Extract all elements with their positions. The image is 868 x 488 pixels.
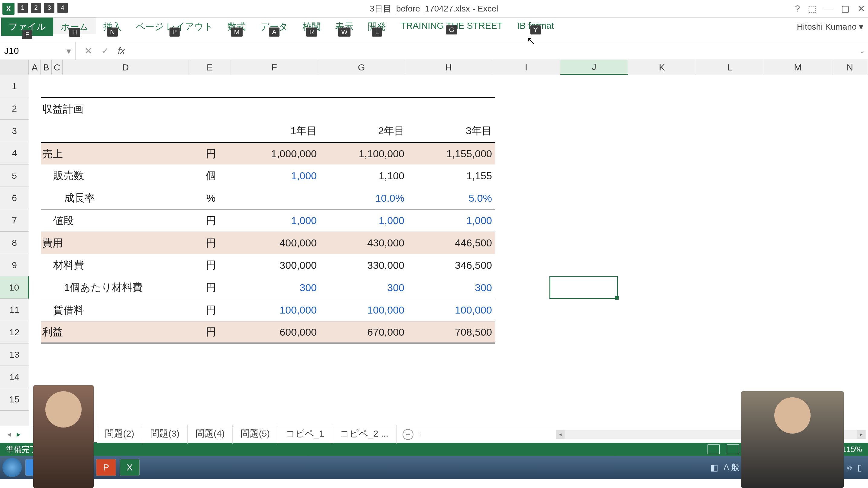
cell[interactable] (29, 120, 232, 142)
cell[interactable]: 446,500 (407, 232, 495, 254)
row-header-7[interactable]: 7 (0, 209, 29, 232)
qat-key-2[interactable]: 2 (31, 3, 41, 13)
cell[interactable]: 値段 (41, 209, 190, 232)
sheet-title[interactable]: 収益計画 (41, 97, 495, 120)
row-header-5[interactable]: 5 (0, 164, 29, 187)
cell[interactable]: 1,155 (407, 164, 495, 187)
row-header-1[interactable]: 1 (0, 75, 29, 97)
view-normal-icon[interactable] (708, 445, 720, 454)
cell[interactable]: 1個あたり材料費 (41, 276, 190, 299)
ribbon-tab-数式[interactable]: 数式M (220, 18, 253, 34)
cell[interactable]: 3年目 (407, 120, 495, 142)
cell[interactable] (29, 276, 41, 299)
cell[interactable]: 賃借料 (41, 299, 190, 321)
row-header-12[interactable]: 12 (0, 321, 29, 343)
col-header-J[interactable]: J (560, 60, 628, 75)
cell[interactable]: 円 (190, 254, 232, 276)
start-button[interactable] (2, 458, 22, 477)
col-header-E[interactable]: E (189, 60, 231, 75)
cell[interactable] (320, 75, 407, 97)
cell[interactable]: 1,100 (320, 164, 407, 187)
col-header-C[interactable]: C (52, 60, 63, 75)
cell[interactable]: 成長率 (41, 187, 190, 209)
cell[interactable] (29, 232, 41, 254)
cell[interactable]: 300 (320, 276, 407, 299)
ime-status[interactable]: A 般 (723, 462, 740, 473)
sheet-tab[interactable]: コピペ_1 (278, 425, 332, 444)
col-header-M[interactable]: M (764, 60, 832, 75)
cell[interactable]: 費用 (41, 232, 190, 254)
cell[interactable]: 利益 (41, 321, 190, 343)
add-sheet-button[interactable]: + (403, 429, 413, 440)
col-header-A[interactable]: A (29, 60, 41, 75)
cell[interactable] (29, 321, 41, 343)
ribbon-tab-ホーム[interactable]: ホームH (53, 18, 96, 34)
close-icon[interactable]: ✕ (858, 3, 865, 14)
cell[interactable]: 100,000 (320, 299, 407, 321)
sheet-tab[interactable]: コピペ_2 ... (332, 425, 397, 444)
fx-icon[interactable]: fx (118, 45, 125, 56)
cell[interactable]: 円 (190, 321, 232, 343)
excel-icon[interactable]: X (2, 3, 14, 15)
cell[interactable]: 330,000 (320, 254, 407, 276)
ribbon-tab-表示[interactable]: 表示W (328, 18, 361, 34)
cell[interactable]: 708,500 (407, 321, 495, 343)
cell[interactable] (41, 75, 52, 97)
cell[interactable] (29, 142, 41, 164)
sheet-tab[interactable]: 問題(5) (233, 425, 278, 444)
minimize-icon[interactable]: — (824, 3, 833, 14)
row-header-11[interactable]: 11 (0, 299, 29, 321)
cell[interactable]: 1,000 (232, 164, 320, 187)
help-icon[interactable]: ? (795, 3, 800, 14)
scroll-left-icon[interactable]: ◂ (556, 430, 564, 439)
col-header-K[interactable]: K (628, 60, 696, 75)
select-all-corner[interactable] (0, 60, 29, 75)
col-header-G[interactable]: G (318, 60, 405, 75)
row-header-2[interactable]: 2 (0, 97, 29, 120)
cell[interactable]: 430,000 (320, 232, 407, 254)
row-header-4[interactable]: 4 (0, 142, 29, 164)
cell[interactable]: 円 (190, 276, 232, 299)
sheet-tab-menu-icon[interactable]: ⋮ (413, 431, 427, 437)
row-header-14[interactable]: 14 (0, 366, 29, 388)
tray-app-icon[interactable]: ◧ (710, 463, 718, 472)
cell[interactable]: 1,000 (407, 209, 495, 232)
maximize-icon[interactable]: ▢ (841, 3, 849, 14)
qat-key-1[interactable]: 1 (18, 3, 28, 13)
cell[interactable]: 材料費 (41, 254, 190, 276)
cell[interactable] (63, 75, 190, 97)
name-box[interactable]: J10 ▾ (0, 42, 75, 60)
cell[interactable]: 販売数 (41, 164, 190, 187)
cell[interactable] (190, 75, 232, 97)
row-header-15[interactable]: 15 (0, 388, 29, 410)
cell[interactable]: 10.0% (320, 187, 407, 209)
ribbon-tab-IB format[interactable]: IB formatY (510, 18, 561, 31)
enter-icon[interactable]: ✓ (101, 45, 109, 56)
ribbon-tab-データ[interactable]: データA (253, 18, 295, 34)
cell[interactable]: 5.0% (407, 187, 495, 209)
row-header-9[interactable]: 9 (0, 254, 29, 276)
active-cell[interactable] (550, 276, 618, 299)
qat-key-3[interactable]: 3 (44, 3, 54, 13)
view-page-layout-icon[interactable] (727, 445, 739, 454)
cell[interactable]: % (190, 187, 232, 209)
cell[interactable]: 1年目 (232, 120, 320, 142)
worksheet-grid[interactable]: 123456789101112131415 収益計画1年目2年目3年目売上円1,… (0, 75, 868, 426)
row-header-6[interactable]: 6 (0, 187, 29, 209)
cell[interactable]: 300,000 (232, 254, 320, 276)
cell[interactable]: 1,155,000 (407, 142, 495, 164)
taskbar-powerpoint-icon[interactable]: P (96, 459, 116, 476)
cell[interactable]: 売上 (41, 142, 190, 164)
sheet-nav[interactable]: ◂▸ (7, 430, 28, 439)
ribbon-tab-校閲[interactable]: 校閲R (295, 18, 328, 34)
cell[interactable]: 600,000 (232, 321, 320, 343)
cell[interactable]: 300 (232, 276, 320, 299)
cell[interactable]: 670,000 (320, 321, 407, 343)
scroll-right-icon[interactable]: ▸ (857, 430, 866, 439)
expand-formula-bar-icon[interactable]: ⌄ (856, 47, 868, 55)
col-header-H[interactable]: H (405, 60, 492, 75)
cell[interactable]: 1,000 (320, 209, 407, 232)
cell[interactable] (29, 164, 41, 187)
formula-input[interactable] (134, 42, 856, 60)
qat-key-4[interactable]: 4 (57, 3, 68, 13)
